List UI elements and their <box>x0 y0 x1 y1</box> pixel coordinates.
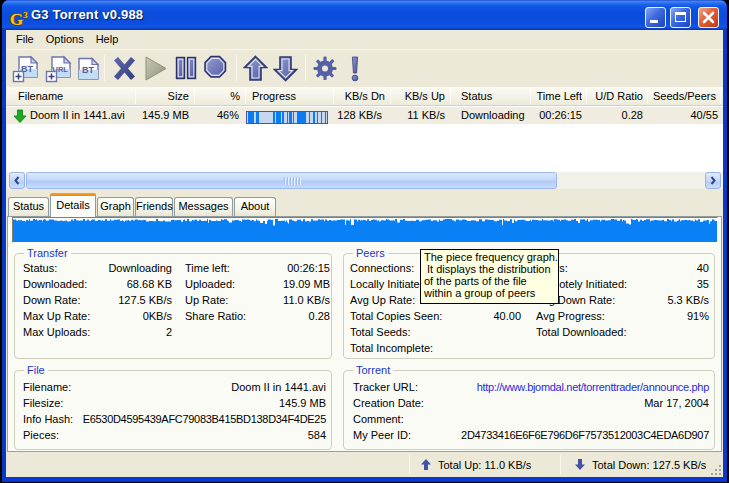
column-header-seeds-peers[interactable]: Seeds/Peers <box>647 90 716 104</box>
app-icon-superscript: 3 <box>23 10 28 20</box>
menu-file[interactable]: File <box>10 30 40 50</box>
tooltip-line: The piece frequency graph. <box>424 251 558 263</box>
move-down-button[interactable] <box>273 55 298 82</box>
column-separator[interactable] <box>194 89 195 104</box>
horizontal-scrollbar[interactable] <box>7 172 723 189</box>
stop-button[interactable] <box>203 55 228 81</box>
column-separator[interactable] <box>390 89 391 104</box>
column-header-percent[interactable]: % <box>194 90 240 104</box>
value: Mar 17, 2004 <box>419 396 709 410</box>
preferences-button[interactable] <box>312 55 338 82</box>
scroll-left-button[interactable] <box>9 172 25 189</box>
scrollbar-thumb[interactable] <box>26 172 557 189</box>
menu-bar: File Options Help <box>6 30 723 50</box>
column-header-status[interactable]: Status <box>461 90 527 104</box>
value: 0KB/s <box>95 309 172 323</box>
resize-grip[interactable] <box>709 463 722 476</box>
pause-button[interactable] <box>175 56 197 81</box>
tab-status[interactable]: Status <box>8 197 49 216</box>
column-header-kbs-dn[interactable]: KB/s Dn <box>333 90 385 104</box>
column-separator[interactable] <box>333 89 334 104</box>
label: Total Seeds: <box>350 325 445 339</box>
value <box>604 325 709 339</box>
torrent-list: Filename Size % Progress KB/s Dn KB/s Up… <box>7 87 723 189</box>
details-panel: Transfer Status: Downloading Time left: … <box>7 216 722 452</box>
value: 5.3 KB/s <box>604 293 709 307</box>
value: 35 <box>604 277 709 291</box>
column-header-ud-ratio[interactable]: U/D Ratio <box>586 90 643 104</box>
column-separator[interactable] <box>530 89 531 104</box>
svg-text:BT: BT <box>82 65 94 75</box>
value: 40.00 <box>444 309 521 323</box>
tab-graph[interactable]: Graph <box>97 197 134 216</box>
column-header-size[interactable]: Size <box>135 90 189 104</box>
label: Total Incomplete: <box>350 341 445 355</box>
group-row: My Peer ID: 2D4733416E6F6E796D6F75735120… <box>344 428 714 442</box>
group-row: Filename: Doom II in 1441.avi <box>15 380 331 394</box>
add-torrent-file-button[interactable]: BT <box>12 55 40 83</box>
value: 11.0 KB/s <box>245 293 330 307</box>
column-separator[interactable] <box>245 89 246 104</box>
status-separator <box>409 455 410 474</box>
group-row: Creation Date: Mar 17, 2004 <box>344 396 714 410</box>
scroll-right-button[interactable] <box>705 172 721 189</box>
value: 2D4733416E6F6E796D6F7573512003C4EDA6D907 <box>419 428 709 442</box>
value: 40 <box>604 261 709 275</box>
cell-ud-ratio: 0.28 <box>586 109 643 123</box>
column-header-time-left[interactable]: Time Left <box>530 90 582 104</box>
column-header-filename[interactable]: Filename <box>18 90 130 104</box>
column-separator[interactable] <box>450 89 451 104</box>
app-icon-letter: G <box>10 10 23 29</box>
menu-help[interactable]: Help <box>90 30 125 50</box>
announce-button[interactable] <box>349 55 361 82</box>
label: Max Uploads: <box>23 325 98 339</box>
status-bar: Total Up: 11.0 KB/s Total Down: 127.5 KB… <box>6 452 723 477</box>
cell-progress <box>245 109 333 123</box>
column-header-progress[interactable]: Progress <box>252 90 330 104</box>
column-separator[interactable] <box>586 89 587 104</box>
group-row: Total Seeds: Total Downloaded: <box>344 325 714 339</box>
group-row: Tracker URL: http://www.bjomdal.net/torr… <box>344 380 714 394</box>
value: 00:26:15 <box>245 261 330 275</box>
tab-messages[interactable]: Messages <box>174 197 233 216</box>
cell-seeds-peers: 40/55 <box>647 109 718 123</box>
column-separator[interactable] <box>135 89 136 104</box>
close-button[interactable] <box>698 7 719 28</box>
resume-button[interactable] <box>142 55 169 82</box>
piece-frequency-graph <box>12 217 718 243</box>
group-row: Max Up Rate: 0KB/s Share Ratio: 0.28 <box>15 309 331 323</box>
toolbar-separator <box>236 55 237 81</box>
column-header-kbs-up[interactable]: KB/s Up <box>390 90 445 104</box>
tab-friends[interactable]: Friends <box>135 197 173 216</box>
tab-about[interactable]: About <box>234 197 276 216</box>
list-header: Filename Size % Progress KB/s Dn KB/s Up… <box>7 87 723 106</box>
client-area: File Options Help BT <box>6 30 723 477</box>
add-torrent-url-button[interactable]: URL <box>45 55 73 83</box>
group-row: Downloaded: 68.68 KB Uploaded: 19.09 MB <box>15 277 331 291</box>
remove-torrent-button[interactable] <box>112 55 137 82</box>
total-up-text: Total Up: 11.0 KB/s <box>438 459 531 472</box>
title-bar[interactable]: G3 G3 Torrent v0.988 <box>2 0 727 30</box>
tab-details[interactable]: Details <box>50 193 96 217</box>
screen: G3 G3 Torrent v0.988 File Options Help <box>0 0 729 483</box>
group-row: Status: Downloading Time left: 00:26:15 <box>15 261 331 275</box>
label: Total Copies Seen: <box>350 309 445 323</box>
value <box>444 325 521 339</box>
column-separator[interactable] <box>647 89 648 104</box>
value: 19.09 MB <box>245 277 330 291</box>
open-torrent-button[interactable]: BT <box>77 57 101 81</box>
column-separator[interactable] <box>720 89 721 104</box>
group-row: Max Uploads: 2 <box>15 325 331 339</box>
group-row: Total Incomplete: <box>344 341 714 355</box>
cell-time-left: 00:26:15 <box>530 109 582 123</box>
menu-options[interactable]: Options <box>40 30 90 50</box>
label: Downloaded: <box>23 277 98 291</box>
value <box>444 341 521 355</box>
minimize-button[interactable] <box>645 7 666 28</box>
maximize-button[interactable] <box>670 7 691 28</box>
value <box>419 412 709 426</box>
torrent-row[interactable]: Doom II in 1441.avi 145.9 MB 46% 128 KB/… <box>7 107 723 124</box>
tracker-url-link[interactable]: http://www.bjomdal.net/torrenttrader/ann… <box>419 380 709 394</box>
move-up-button[interactable] <box>243 55 268 82</box>
total-up-icon <box>420 458 432 471</box>
